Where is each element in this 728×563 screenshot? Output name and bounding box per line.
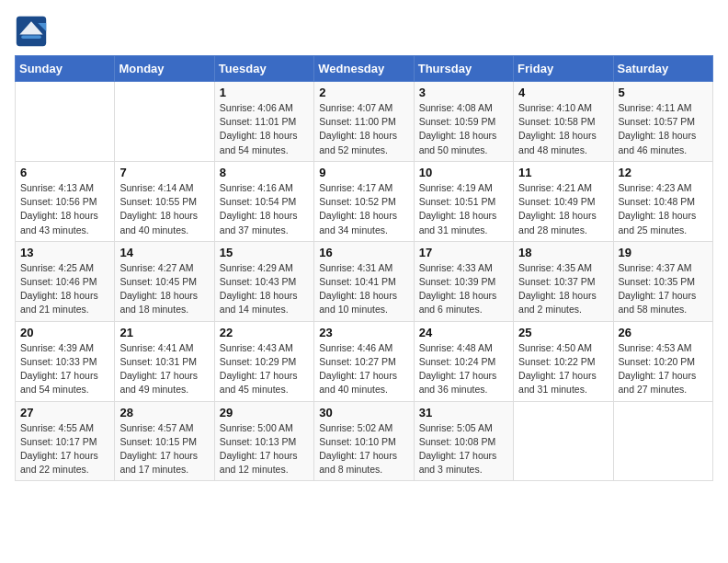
calendar-cell: 18Sunrise: 4:35 AM Sunset: 10:37 PM Dayl… [514, 241, 613, 321]
day-content: Sunrise: 4:57 AM Sunset: 10:15 PM Daylig… [119, 421, 209, 477]
calendar-cell: 8Sunrise: 4:16 AM Sunset: 10:54 PM Dayli… [214, 161, 313, 241]
header-wednesday: Wednesday [314, 56, 414, 82]
day-number: 11 [518, 166, 608, 179]
calendar-cell [16, 82, 115, 162]
day-number: 20 [20, 326, 109, 339]
header-friday: Friday [514, 56, 613, 82]
day-content: Sunrise: 4:13 AM Sunset: 10:56 PM Daylig… [20, 181, 109, 237]
header-tuesday: Tuesday [214, 56, 313, 82]
day-content: Sunrise: 4:08 AM Sunset: 10:59 PM Daylig… [419, 101, 508, 157]
day-number: 28 [119, 406, 209, 419]
calendar-cell: 17Sunrise: 4:33 AM Sunset: 10:39 PM Dayl… [414, 241, 513, 321]
header-saturday: Saturday [613, 56, 712, 82]
day-content: Sunrise: 4:25 AM Sunset: 10:46 PM Daylig… [20, 261, 109, 317]
calendar-cell: 11Sunrise: 4:21 AM Sunset: 10:49 PM Dayl… [514, 161, 613, 241]
day-content: Sunrise: 5:02 AM Sunset: 10:10 PM Daylig… [319, 421, 408, 477]
day-content: Sunrise: 4:19 AM Sunset: 10:51 PM Daylig… [419, 181, 508, 237]
day-content: Sunrise: 4:10 AM Sunset: 10:58 PM Daylig… [518, 101, 608, 157]
day-content: Sunrise: 4:46 AM Sunset: 10:27 PM Daylig… [319, 341, 408, 397]
calendar-cell: 4Sunrise: 4:10 AM Sunset: 10:58 PM Dayli… [514, 82, 613, 162]
calendar-cell: 27Sunrise: 4:55 AM Sunset: 10:17 PM Dayl… [16, 401, 115, 481]
day-number: 22 [220, 326, 309, 339]
logo [15, 15, 51, 48]
day-number: 29 [220, 406, 309, 419]
day-content: Sunrise: 4:55 AM Sunset: 10:17 PM Daylig… [20, 421, 109, 477]
calendar-cell: 25Sunrise: 4:50 AM Sunset: 10:22 PM Dayl… [514, 321, 613, 401]
day-content: Sunrise: 4:14 AM Sunset: 10:55 PM Daylig… [119, 181, 209, 237]
day-content: Sunrise: 5:05 AM Sunset: 10:08 PM Daylig… [419, 421, 508, 477]
calendar-cell: 1Sunrise: 4:06 AM Sunset: 11:01 PM Dayli… [214, 82, 313, 162]
day-content: Sunrise: 4:43 AM Sunset: 10:29 PM Daylig… [220, 341, 309, 397]
calendar-cell: 21Sunrise: 4:41 AM Sunset: 10:31 PM Dayl… [115, 321, 214, 401]
calendar-cell: 10Sunrise: 4:19 AM Sunset: 10:51 PM Dayl… [414, 161, 513, 241]
day-content: Sunrise: 4:33 AM Sunset: 10:39 PM Daylig… [419, 261, 508, 317]
calendar-week-row: 6Sunrise: 4:13 AM Sunset: 10:56 PM Dayli… [16, 161, 713, 241]
day-number: 3 [419, 86, 508, 99]
day-number: 17 [419, 246, 508, 259]
calendar-cell: 3Sunrise: 4:08 AM Sunset: 10:59 PM Dayli… [414, 82, 513, 162]
calendar-cell: 24Sunrise: 4:48 AM Sunset: 10:24 PM Dayl… [414, 321, 513, 401]
calendar-cell: 13Sunrise: 4:25 AM Sunset: 10:46 PM Dayl… [16, 241, 115, 321]
calendar-week-row: 27Sunrise: 4:55 AM Sunset: 10:17 PM Dayl… [16, 401, 713, 481]
calendar-cell [613, 401, 712, 481]
day-number: 13 [20, 246, 109, 259]
day-number: 25 [518, 326, 608, 339]
day-content: Sunrise: 4:48 AM Sunset: 10:24 PM Daylig… [419, 341, 508, 397]
calendar-cell: 19Sunrise: 4:37 AM Sunset: 10:35 PM Dayl… [613, 241, 712, 321]
day-content: Sunrise: 5:00 AM Sunset: 10:13 PM Daylig… [220, 421, 309, 477]
calendar-cell: 16Sunrise: 4:31 AM Sunset: 10:41 PM Dayl… [314, 241, 414, 321]
calendar-week-row: 13Sunrise: 4:25 AM Sunset: 10:46 PM Dayl… [16, 241, 713, 321]
calendar-cell: 2Sunrise: 4:07 AM Sunset: 11:00 PM Dayli… [314, 82, 414, 162]
svg-rect-2 [21, 36, 41, 40]
day-number: 12 [619, 166, 708, 179]
day-content: Sunrise: 4:31 AM Sunset: 10:41 PM Daylig… [319, 261, 408, 317]
calendar-cell: 6Sunrise: 4:13 AM Sunset: 10:56 PM Dayli… [16, 161, 115, 241]
day-number: 14 [119, 246, 209, 259]
day-content: Sunrise: 4:39 AM Sunset: 10:33 PM Daylig… [20, 341, 109, 397]
day-number: 30 [319, 406, 408, 419]
calendar-cell: 9Sunrise: 4:17 AM Sunset: 10:52 PM Dayli… [314, 161, 414, 241]
day-number: 1 [220, 86, 309, 99]
day-number: 19 [619, 246, 708, 259]
day-number: 10 [419, 166, 508, 179]
day-content: Sunrise: 4:07 AM Sunset: 11:00 PM Daylig… [319, 101, 408, 157]
day-content: Sunrise: 4:11 AM Sunset: 10:57 PM Daylig… [619, 101, 708, 157]
day-number: 24 [419, 326, 508, 339]
calendar-cell: 22Sunrise: 4:43 AM Sunset: 10:29 PM Dayl… [214, 321, 313, 401]
day-number: 9 [319, 166, 408, 179]
logo-icon [15, 15, 48, 48]
calendar-cell: 7Sunrise: 4:14 AM Sunset: 10:55 PM Dayli… [115, 161, 214, 241]
day-number: 7 [119, 166, 209, 179]
page-header [15, 15, 713, 48]
day-content: Sunrise: 4:53 AM Sunset: 10:20 PM Daylig… [619, 341, 708, 397]
day-number: 15 [220, 246, 309, 259]
calendar-cell [514, 401, 613, 481]
calendar-cell: 5Sunrise: 4:11 AM Sunset: 10:57 PM Dayli… [613, 82, 712, 162]
calendar-header-row: SundayMondayTuesdayWednesdayThursdayFrid… [16, 56, 713, 82]
calendar: SundayMondayTuesdayWednesdayThursdayFrid… [15, 55, 713, 481]
header-thursday: Thursday [414, 56, 513, 82]
day-content: Sunrise: 4:37 AM Sunset: 10:35 PM Daylig… [619, 261, 708, 317]
day-number: 8 [220, 166, 309, 179]
calendar-week-row: 1Sunrise: 4:06 AM Sunset: 11:01 PM Dayli… [16, 82, 713, 162]
calendar-cell: 12Sunrise: 4:23 AM Sunset: 10:48 PM Dayl… [613, 161, 712, 241]
day-content: Sunrise: 4:16 AM Sunset: 10:54 PM Daylig… [220, 181, 309, 237]
calendar-cell: 29Sunrise: 5:00 AM Sunset: 10:13 PM Dayl… [214, 401, 313, 481]
day-number: 27 [20, 406, 109, 419]
calendar-cell [115, 82, 214, 162]
day-content: Sunrise: 4:35 AM Sunset: 10:37 PM Daylig… [518, 261, 608, 317]
day-number: 4 [518, 86, 608, 99]
calendar-cell: 23Sunrise: 4:46 AM Sunset: 10:27 PM Dayl… [314, 321, 414, 401]
day-number: 23 [319, 326, 408, 339]
day-content: Sunrise: 4:17 AM Sunset: 10:52 PM Daylig… [319, 181, 408, 237]
day-number: 2 [319, 86, 408, 99]
calendar-week-row: 20Sunrise: 4:39 AM Sunset: 10:33 PM Dayl… [16, 321, 713, 401]
day-number: 6 [20, 166, 109, 179]
calendar-cell: 15Sunrise: 4:29 AM Sunset: 10:43 PM Dayl… [214, 241, 313, 321]
calendar-cell: 26Sunrise: 4:53 AM Sunset: 10:20 PM Dayl… [613, 321, 712, 401]
day-content: Sunrise: 4:29 AM Sunset: 10:43 PM Daylig… [220, 261, 309, 317]
day-content: Sunrise: 4:41 AM Sunset: 10:31 PM Daylig… [119, 341, 209, 397]
calendar-cell: 30Sunrise: 5:02 AM Sunset: 10:10 PM Dayl… [314, 401, 414, 481]
day-content: Sunrise: 4:50 AM Sunset: 10:22 PM Daylig… [518, 341, 608, 397]
day-number: 5 [619, 86, 708, 99]
